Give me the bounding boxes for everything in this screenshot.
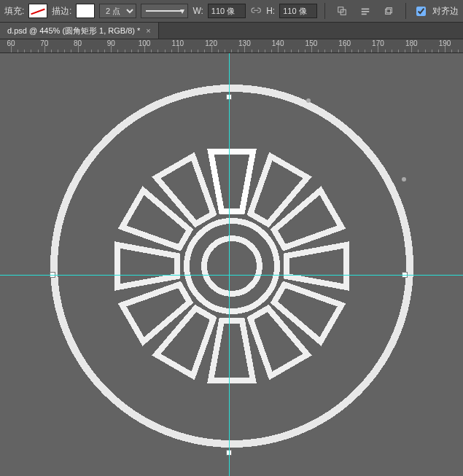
ruler-label: 150	[306, 39, 318, 47]
document-tab[interactable]: d.psd @ 445% (圆角矩形 1, RGB/8) * ×	[0, 23, 159, 39]
vertical-guide[interactable]	[229, 53, 230, 476]
ruler-label: 180	[405, 39, 418, 47]
ruler-label: 190	[439, 39, 451, 47]
ruler-label: 170	[372, 39, 384, 47]
stroke-swatch[interactable]	[76, 4, 95, 18]
ruler-label: 160	[338, 39, 351, 47]
stroke-label: 描边:	[52, 5, 71, 17]
path-alignment-button[interactable]	[356, 3, 375, 19]
ruler-label: 130	[238, 39, 251, 47]
artwork-shape[interactable]	[40, 74, 424, 458]
path-arrangement-button[interactable]	[379, 3, 398, 19]
height-label: H:	[266, 6, 275, 16]
canvas[interactable]	[0, 53, 463, 476]
close-tab-icon[interactable]: ×	[146, 26, 150, 35]
ruler-label: 60	[7, 39, 15, 47]
svg-rect-5	[386, 9, 391, 14]
ruler-label: 100	[139, 39, 151, 47]
rotate-handle[interactable]	[402, 177, 406, 182]
svg-rect-2	[362, 9, 370, 10]
fill-label: 填充:	[4, 5, 24, 17]
stroke-width-select[interactable]: 2 点	[99, 4, 136, 18]
width-input[interactable]	[208, 4, 246, 18]
svg-point-7	[54, 88, 410, 444]
svg-rect-6	[386, 8, 392, 13]
path-operations-button[interactable]	[332, 3, 351, 19]
link-wh-icon[interactable]	[250, 4, 262, 17]
stroke-line-preview	[146, 10, 184, 12]
horizontal-guide[interactable]	[0, 275, 463, 276]
ruler-label: 90	[107, 39, 115, 47]
svg-rect-3	[362, 11, 370, 12]
ruler-label: 80	[74, 39, 82, 47]
ruler-label: 120	[205, 39, 217, 47]
ruler-label: 140	[272, 39, 284, 47]
ruler-label: 110	[172, 39, 184, 47]
divider	[324, 3, 325, 19]
fill-swatch[interactable]	[28, 4, 47, 18]
svg-rect-4	[362, 14, 367, 15]
align-edges-checkbox[interactable]	[416, 7, 426, 16]
height-input[interactable]	[279, 4, 317, 18]
chevron-down-icon: ▾	[179, 6, 186, 16]
document-tab-row: d.psd @ 445% (圆角矩形 1, RGB/8) * ×	[0, 23, 463, 39]
svg-point-8	[187, 221, 277, 311]
svg-point-9	[204, 238, 260, 294]
divider	[405, 3, 406, 19]
rotate-handle[interactable]	[306, 98, 311, 103]
horizontal-ruler[interactable]: 60708090100110120130140150160170180190	[0, 39, 463, 53]
options-bar: 填充: 描边: 2 点 ▾ W: H: 对齐边	[0, 0, 463, 23]
stroke-style-dropdown[interactable]: ▾	[141, 4, 189, 18]
align-edges-label: 对齐边	[432, 5, 459, 17]
document-tab-title: d.psd @ 445% (圆角矩形 1, RGB/8) *	[7, 26, 140, 36]
ruler-label: 70	[40, 39, 48, 47]
width-label: W:	[192, 6, 203, 16]
